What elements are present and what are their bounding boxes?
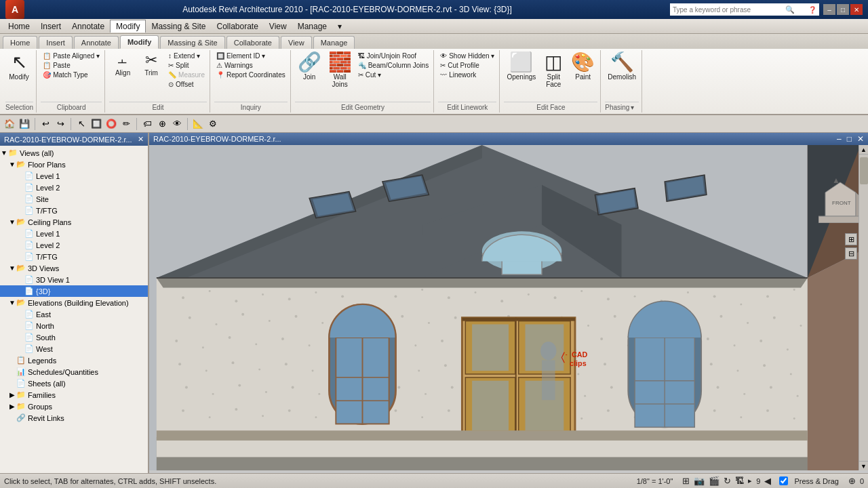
tree-toggle[interactable]: ▼ [0,149,8,157]
offset-button[interactable]: ⊙ Offset [166,80,207,89]
demolish-button[interactable]: 🔨 Demolish [605,52,639,82]
nav-cube[interactable]: FRONT ▲ ▶ [818,179,863,220]
tree-item-level_2[interactable]: 📄Level 2 [0,182,148,193]
close-button[interactable]: ✕ [850,4,863,15]
view-toggle-icon[interactable]: ⊞ [682,476,690,486]
tree-item-views__all_[interactable]: ▼📁Views (all) [0,147,148,159]
menu-view[interactable]: View [264,20,292,33]
align-button[interactable]: ⫠ Align [109,52,136,78]
press-drag-checkbox[interactable] [779,476,788,485]
match-type-button[interactable]: 🎯 Match Type [41,70,102,79]
scroll-down-button[interactable]: ▼ [859,461,869,470]
tree-item-_3d_[interactable]: 📄{3D} [0,285,148,297]
snap-button[interactable]: 📐 [191,117,205,131]
scroll-up-button[interactable]: ▲ [859,145,869,155]
measure-button[interactable]: 📏 Measure [166,70,207,79]
report-coords-button[interactable]: 📍 Report Coordinates [214,70,288,79]
tree-item-level_1[interactable]: 📄Level 1 [0,170,148,182]
redo-button[interactable]: ↪ [54,117,67,131]
pointer-button[interactable]: ↖ [75,117,88,131]
phasing-expand-icon[interactable]: ▾ [631,104,634,111]
tab-insert[interactable]: Insert [39,36,73,49]
split-button[interactable]: ✂ Split [166,61,207,70]
wall-joins-button[interactable]: 🧱 WallJoins [326,52,355,89]
show-hidden-button[interactable]: 👁 Show Hidden ▾ [438,52,496,60]
tree-item-3d_views[interactable]: ▼📂3D Views [0,262,148,274]
menu-more[interactable]: ▾ [332,20,347,33]
cut-button[interactable]: ✂ Cut ▾ [356,70,431,79]
warnings-button[interactable]: ⚠ Warnings [214,61,288,70]
tab-modify[interactable]: Modify [120,35,159,49]
tree-toggle[interactable]: ▼ [8,264,16,272]
viewport-close[interactable]: ✕ [857,134,864,144]
tree-item-elevations__building_elevation_[interactable]: ▼📂Elevations (Building Elevation) [0,297,148,308]
scroll-thumb[interactable] [860,157,868,184]
tab-home[interactable]: Home [3,36,37,49]
paste-aligned-button[interactable]: 📋 Paste Aligned ▾ [41,52,102,60]
tab-manage[interactable]: Manage [313,36,355,49]
rotate-icon[interactable]: ↻ [724,476,731,486]
tree-item-3d_view_1[interactable]: 📄3D View 1 [0,274,148,285]
tree-item-t_ftg[interactable]: 📄T/FTG [0,205,148,216]
join-button[interactable]: 🔗 Join [295,52,324,82]
join-unjoin-roof-button[interactable]: 🏗 Join/Unjoin Roof [356,52,431,60]
tab-massing[interactable]: Massing & Site [160,36,224,49]
home-toolbar-button[interactable]: 🏠 [3,117,16,131]
zoom-extents-button[interactable]: ⊞ [845,233,857,245]
paint-button[interactable]: 🎨 Paint [568,52,597,82]
tree-item-north[interactable]: 📄North [0,320,148,331]
maximize-button[interactable]: □ [837,4,849,15]
camera-icon[interactable]: 📷 [694,476,705,486]
tab-annotate[interactable]: Annotate [74,36,119,49]
extend-button[interactable]: ↕ Extend ▾ [166,52,207,60]
viewport-maximize[interactable]: □ [847,134,852,144]
vertical-scrollbar[interactable]: ▲ ▼ [859,145,868,470]
tree-item-groups[interactable]: ▶📁Groups [0,401,148,412]
viewport-minimize[interactable]: – [837,134,842,144]
tree-item-level_2[interactable]: 📄Level 2 [0,239,148,251]
menu-home[interactable]: Home [3,20,35,33]
tree-item-schedules_quantities[interactable]: 📊Schedules/Quantities [0,366,148,378]
tag-button[interactable]: 🏷 [140,117,154,131]
circle-button[interactable]: ⭕ [104,117,118,131]
close-panel-button[interactable]: ✕ [138,135,144,144]
search-input[interactable] [673,6,785,14]
search-area[interactable]: 🔍 ◀▶ ❓ [670,3,819,16]
tree-item-revit_links[interactable]: 🔗Revit Links [0,412,148,424]
menu-collaborate[interactable]: Collaborate [211,20,263,33]
save-toolbar-button[interactable]: 💾 [18,117,31,131]
render-icon[interactable]: 🎬 [709,476,719,486]
pencil-button[interactable]: ✏ [119,117,133,131]
menu-manage[interactable]: Manage [292,20,332,33]
modify-button[interactable]: ↖ Modify [5,52,33,82]
tree-toggle[interactable]: ▼ [8,161,16,168]
tree-item-ceiling_plans[interactable]: ▼📂Ceiling Plans [0,216,148,228]
menu-modify[interactable]: Modify [110,20,146,33]
tree-toggle[interactable]: ▼ [8,218,16,226]
linework-button[interactable]: 〰 Linework [438,70,496,79]
minimize-button[interactable]: – [823,4,835,15]
3d-scene[interactable]: CAD clips FRONT ▲ ▶ ⊞ [149,145,868,470]
tree-toggle[interactable]: ▶ [8,403,16,410]
beam-column-joins-button[interactable]: 🔩 Beam/Column Joins [356,61,431,70]
undo-button[interactable]: ↩ [39,117,52,131]
split-face-button[interactable]: ◫ SplitFace [540,52,567,89]
paste-button[interactable]: 📋 Paste [41,61,102,70]
tree-item-west[interactable]: 📄West [0,343,148,354]
tab-view[interactable]: View [281,36,312,49]
draw-button[interactable]: 🔲 [90,117,103,131]
settings-button[interactable]: ⚙ [206,117,220,131]
element-id-button[interactable]: 🔲 Element ID ▾ [214,52,288,60]
tree-toggle[interactable]: ▶ [8,391,16,399]
model-icon[interactable]: 🏗 [735,476,744,486]
openings-button[interactable]: ⬜ Openings [504,52,538,82]
tree-toggle[interactable]: ▼ [8,299,16,306]
tree-item-floor_plans[interactable]: ▼📂Floor Plans [0,159,148,170]
tree-item-t_ftg[interactable]: 📄T/FTG [0,251,148,262]
tree-item-south[interactable]: 📄South [0,331,148,343]
view-mode-button[interactable]: ⊟ [845,247,857,260]
tree-item-east[interactable]: 📄East [0,308,148,320]
menu-annotate[interactable]: Annotate [66,20,110,33]
menu-massing[interactable]: Massing & Site [146,20,211,33]
ref-button[interactable]: ⊕ [155,117,169,131]
